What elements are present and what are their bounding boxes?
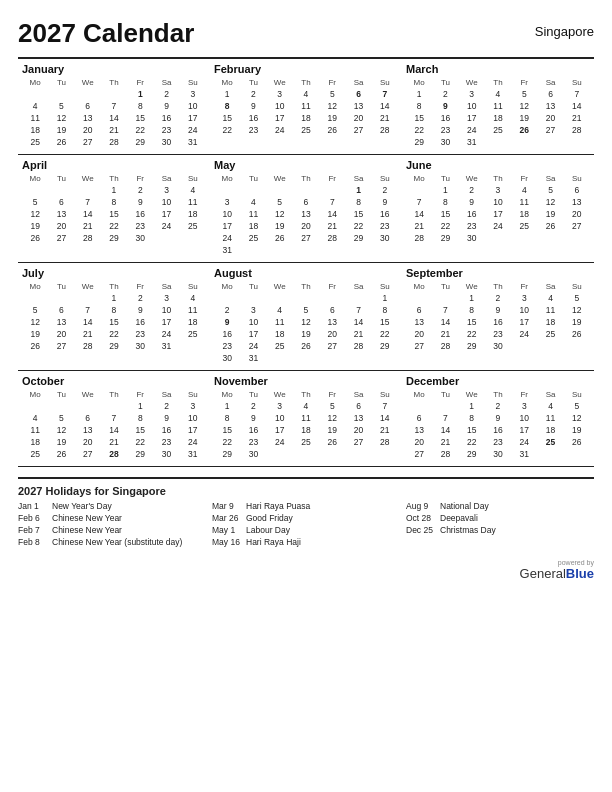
cal-cell: 9 xyxy=(214,316,240,328)
cal-cell xyxy=(511,232,537,244)
cal-cell: 21 xyxy=(432,328,458,340)
cal-cell: 23 xyxy=(459,220,485,232)
cal-cell: 13 xyxy=(293,208,319,220)
cal-cell: 19 xyxy=(537,208,563,220)
cal-cell: 9 xyxy=(485,304,511,316)
cal-cell: 4 xyxy=(180,292,206,304)
cal-header: Mo xyxy=(214,389,240,400)
cal-cell: 7 xyxy=(406,196,432,208)
cal-cell xyxy=(485,232,511,244)
cal-cell: 31 xyxy=(153,340,179,352)
cal-header: Fr xyxy=(127,77,153,88)
cal-header: Fr xyxy=(127,173,153,184)
cal-cell: 29 xyxy=(345,232,371,244)
cal-cell: 5 xyxy=(48,412,74,424)
cal-header: Tu xyxy=(432,77,458,88)
cal-cell: 1 xyxy=(127,88,153,100)
month-block-october: OctoberMoTuWeThFrSaSu1234567891011121314… xyxy=(18,371,210,467)
holidays-grid: Jan 1New Year's DayFeb 6Chinese New Year… xyxy=(18,501,594,549)
cal-cell xyxy=(319,448,345,460)
cal-cell: 15 xyxy=(459,316,485,328)
holiday-date: May 16 xyxy=(212,537,242,547)
cal-header: We xyxy=(75,389,101,400)
cal-cell: 27 xyxy=(319,340,345,352)
cal-cell: 12 xyxy=(22,208,48,220)
month-block-may: MayMoTuWeThFrSaSu12345678910111213141516… xyxy=(210,155,402,263)
month-block-september: SeptemberMoTuWeThFrSaSu12345678910111213… xyxy=(402,263,594,371)
holiday-column: Mar 9Hari Raya PuasaMar 26Good FridayMay… xyxy=(212,501,400,549)
cal-cell xyxy=(432,400,458,412)
cal-header: Th xyxy=(485,173,511,184)
holiday-name: Hari Raya Haji xyxy=(246,537,301,547)
cal-cell: 28 xyxy=(75,340,101,352)
cal-cell: 12 xyxy=(319,100,345,112)
cal-cell: 11 xyxy=(293,412,319,424)
cal-header: Fr xyxy=(511,77,537,88)
cal-cell: 10 xyxy=(267,100,293,112)
cal-cell: 3 xyxy=(459,88,485,100)
cal-cell: 28 xyxy=(432,448,458,460)
cal-header: Su xyxy=(180,281,206,292)
holiday-column: Jan 1New Year's DayFeb 6Chinese New Year… xyxy=(18,501,206,549)
cal-cell: 18 xyxy=(22,124,48,136)
cal-header: Th xyxy=(101,173,127,184)
cal-cell: 8 xyxy=(345,196,371,208)
cal-cell: 24 xyxy=(214,232,240,244)
cal-cell xyxy=(75,88,101,100)
cal-cell xyxy=(75,292,101,304)
cal-cell: 22 xyxy=(372,328,398,340)
cal-cell: 7 xyxy=(564,88,590,100)
cal-cell: 31 xyxy=(180,136,206,148)
cal-cell: 25 xyxy=(537,328,563,340)
cal-cell: 7 xyxy=(345,304,371,316)
cal-cell: 2 xyxy=(240,88,266,100)
cal-cell: 19 xyxy=(319,424,345,436)
cal-cell: 1 xyxy=(214,88,240,100)
cal-cell: 3 xyxy=(267,88,293,100)
cal-cell: 5 xyxy=(564,292,590,304)
cal-cell: 17 xyxy=(214,220,240,232)
cal-cell: 17 xyxy=(267,424,293,436)
cal-cell: 19 xyxy=(564,424,590,436)
cal-cell: 23 xyxy=(153,124,179,136)
cal-cell: 14 xyxy=(432,316,458,328)
cal-cell: 24 xyxy=(153,220,179,232)
cal-cell: 9 xyxy=(127,196,153,208)
cal-cell: 6 xyxy=(319,304,345,316)
cal-cell xyxy=(406,292,432,304)
cal-cell xyxy=(48,400,74,412)
cal-cell: 18 xyxy=(180,208,206,220)
cal-cell xyxy=(319,352,345,364)
month-name: September xyxy=(406,267,590,279)
month-block-july: JulyMoTuWeThFrSaSu1234567891011121314151… xyxy=(18,263,210,371)
cal-cell: 14 xyxy=(406,208,432,220)
cal-header: Tu xyxy=(432,389,458,400)
cal-cell: 7 xyxy=(75,196,101,208)
powered-by: powered by GeneralBlue xyxy=(520,559,594,581)
cal-cell: 18 xyxy=(537,424,563,436)
holiday-date: Feb 7 xyxy=(18,525,48,535)
brand-logo: GeneralBlue xyxy=(520,566,594,581)
cal-cell: 29 xyxy=(214,448,240,460)
cal-cell: 16 xyxy=(459,208,485,220)
cal-cell xyxy=(267,244,293,256)
cal-header: Tu xyxy=(240,173,266,184)
cal-cell xyxy=(319,244,345,256)
cal-cell: 14 xyxy=(101,424,127,436)
cal-cell: 20 xyxy=(406,328,432,340)
cal-cell: 30 xyxy=(485,448,511,460)
cal-cell: 16 xyxy=(485,424,511,436)
cal-header: Fr xyxy=(319,77,345,88)
cal-cell: 12 xyxy=(511,100,537,112)
cal-cell: 26 xyxy=(319,124,345,136)
cal-cell xyxy=(293,448,319,460)
calendars-grid: JanuaryMoTuWeThFrSaSu1234567891011121314… xyxy=(18,57,594,467)
cal-cell: 29 xyxy=(101,232,127,244)
cal-cell: 17 xyxy=(180,112,206,124)
cal-cell: 8 xyxy=(101,304,127,316)
cal-cell: 24 xyxy=(153,328,179,340)
cal-cell: 27 xyxy=(48,232,74,244)
cal-cell: 13 xyxy=(48,208,74,220)
cal-table: MoTuWeThFrSaSu12345678910111213141516171… xyxy=(406,281,590,352)
cal-cell: 22 xyxy=(101,220,127,232)
